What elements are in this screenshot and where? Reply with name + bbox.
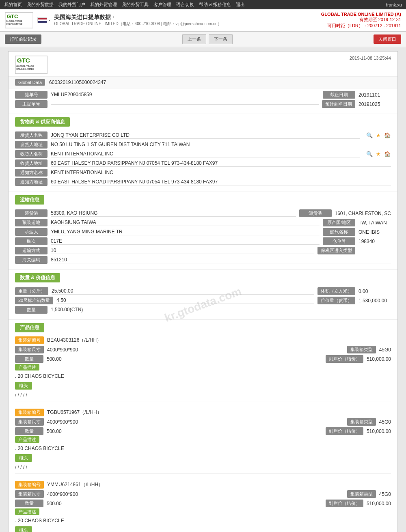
- container-1: 集装箱编号 TGBU6571967（/L/HH） 集装箱尺寸 4000*900*…: [9, 407, 397, 479]
- container-qty-value-1: 500.00: [47, 429, 322, 434]
- anchor-row-2: 概头: [15, 526, 391, 532]
- shipper-name-row: 发货人名称 JONQ TYAN ENTERPRISE CO LTD 🔍 ★ 🏠: [15, 131, 391, 139]
- star-icon-2[interactable]: ★: [375, 151, 382, 158]
- notify-name-value: KENT INTERNATIONAL INC: [51, 170, 391, 176]
- container-size-value-1: 4000*900*900: [47, 419, 344, 425]
- quantity-row: 数量 1,500.00(CTN): [15, 306, 391, 314]
- print-button[interactable]: 打印前贴记录: [5, 34, 41, 44]
- container-no-row-2: 集装箱编号 YMMU6214861（/L/HH）: [15, 481, 391, 489]
- gtc-logo: GTC GLOBAL TRADE ONLINE LIMITED: [5, 12, 33, 28]
- eta-label: 预计到单日期: [322, 100, 355, 108]
- nav-management[interactable]: 我的外贸管理: [90, 2, 117, 8]
- container-size-row-2: 集装箱尺寸 4000*900*900 集装箱类型 45G0: [15, 490, 391, 498]
- load-port-label: 装货港: [15, 209, 48, 217]
- container20-row: 20尺标准箱数量 4.50 价值量（货币） 1,530,000.00: [15, 297, 391, 304]
- carrier-row: 承运人 YMLU, YANG MING MARINE TR 船只名称 ONE I…: [15, 228, 391, 236]
- desc-header-row-0: 产品描述: [15, 364, 391, 370]
- nav-trade-data[interactable]: 我的外贸数据: [27, 2, 54, 8]
- notify-addr-row: 通知方地址 60 EAST HALSEY ROAD PARSIPPANY NJ …: [15, 178, 391, 186]
- desc-header-label-1: 产品描述: [15, 436, 39, 443]
- bill-ref-value: 198340: [358, 239, 391, 244]
- weight-label: 重量（公斤）: [15, 287, 48, 295]
- container-size-row-0: 集装箱尺寸 4000*900*900 集装箱类型 45G0: [15, 346, 391, 353]
- quantity-info: 重量（公斤） 25,500.00 体积（立方米） 0.00 20尺标准箱数量 4…: [9, 285, 397, 318]
- weight-value: 25,500.00: [52, 288, 314, 295]
- prev-button[interactable]: 上一条: [182, 34, 206, 44]
- nav-home[interactable]: 我的首页: [4, 2, 22, 8]
- shipper-name-label: 发货人名称: [15, 131, 48, 139]
- nav-clients[interactable]: 客户管理: [153, 2, 171, 8]
- search-icon-2[interactable]: 🔍: [366, 151, 373, 158]
- quantity-value: 1,500.00(CTN): [51, 307, 391, 313]
- doc-logo: GTC GLOBAL TRADE ONLINE LIMITED: [15, 56, 48, 74]
- nav-portal[interactable]: 我的外贸门户: [58, 2, 85, 8]
- master-bill-label: 主提单号: [15, 100, 48, 108]
- amount-label: 价值量（货币）: [317, 297, 355, 304]
- anchor-button-2[interactable]: 概头: [15, 526, 32, 532]
- volume-value: 0.00: [358, 289, 391, 294]
- valid-until: 有效期至 2019-12-31: [321, 17, 401, 23]
- master-bill-row: 主提单号 预计到单日期 20191025: [15, 100, 391, 108]
- toolbar-right: 关闭窗口: [374, 34, 401, 44]
- container-qty-row-1: 数量 500.00 到岸价（结价） 510,000.00: [15, 427, 391, 435]
- container-size-label-1: 集装箱尺寸: [15, 418, 44, 426]
- bonded-label: 保税区进入类型: [317, 247, 355, 254]
- search-icon[interactable]: 🔍: [366, 132, 373, 139]
- container-qty-label-1: 数量: [15, 427, 43, 435]
- desc-header-row-1: 产品描述: [15, 437, 391, 443]
- transport-mode-value: 10: [51, 248, 314, 254]
- bill-no-label: 提单号: [15, 91, 48, 99]
- container-price-label-2: 到岸价（结价）: [326, 500, 363, 507]
- anchor-button-0[interactable]: 概头: [15, 382, 32, 390]
- container-no-label-1: 集装箱编号: [15, 409, 44, 416]
- svg-text:ONLINE LIMITED: ONLINE LIMITED: [6, 23, 23, 25]
- weight-row: 重量（公斤） 25,500.00 体积（立方米） 0.00: [15, 287, 391, 295]
- close-button[interactable]: 关闭窗口: [374, 34, 401, 44]
- container-price-value-2: 510,000.00: [367, 501, 391, 506]
- nav-logout[interactable]: 退出: [236, 2, 245, 8]
- notify-name-row: 通知方名称 KENT INTERNATIONAL INC: [15, 169, 391, 177]
- bill-info-section: 提单号 YMLUE209045859 截止日期 20191101 主提单号 预计…: [9, 88, 397, 112]
- consignee-name-label: 收货人名称: [15, 150, 48, 158]
- nav-links: 我的首页 我的外贸数据 我的外贸门户 我的外贸管理 我的外贸工具 客户管理 语言…: [4, 2, 245, 8]
- consignee-actions: 🔍 ★ 🏠: [366, 151, 391, 158]
- nav-tools[interactable]: 我的外贸工具: [122, 2, 149, 8]
- product-section-header: 产品信息: [9, 323, 397, 332]
- toolbar-center: 上一条 下一条: [182, 34, 233, 44]
- shipper-name-value: JONQ TYAN ENTERPRISE CO LTD: [51, 132, 360, 139]
- vessel-value: ONE IBIS: [358, 229, 391, 235]
- container-no-label-0: 集装箱编号: [15, 336, 44, 344]
- us-flag: [37, 17, 47, 23]
- top-toolbar: 打印前贴记录 上一条 下一条 关闭窗口: [0, 32, 406, 47]
- anchor-button-1[interactable]: 概头: [15, 454, 32, 462]
- transport-section-header: 运输信息: [9, 195, 397, 205]
- container-qty-label-2: 数量: [15, 500, 43, 507]
- eta-value: 20191025: [358, 101, 391, 107]
- svg-text:GLOBAL TRADE: GLOBAL TRADE: [16, 65, 34, 67]
- voyage-row: 航次 017E 仓单号 198340: [15, 237, 391, 245]
- desc-header-label-0: 产品描述: [15, 364, 39, 370]
- unload-port-value: 1601, CHARLESTON, SC: [335, 211, 391, 216]
- load-port-value: 58309, KAO HSIUNG: [51, 210, 296, 217]
- doc-header: GTC GLOBAL TRADE ONLINE LIMITED 2019-11-…: [9, 52, 397, 77]
- consignee-name-row: 收货人名称 KENT INTERNATIONAL INC 🔍 ★ 🏠: [15, 150, 391, 158]
- consignee-addr-label: 收货人地址: [15, 159, 48, 167]
- home-icon-2[interactable]: 🏠: [384, 151, 391, 158]
- master-bill-value: [51, 104, 319, 105]
- container-no-value-0: BEAU4303126（/L/HH）: [47, 337, 102, 344]
- slash-row-1: / / / / /: [15, 463, 391, 471]
- doc-timestamp: 2019-11-08 13:25:44: [350, 56, 391, 60]
- container20-label: 20尺标准箱数量: [15, 297, 53, 304]
- supplier-section-label: 货物商 & 供应商信息: [15, 117, 70, 127]
- nav-help[interactable]: 帮助 & 报价信息: [199, 2, 231, 8]
- star-icon[interactable]: ★: [375, 132, 382, 139]
- nav-language[interactable]: 语言切换: [176, 2, 194, 8]
- page-subtitle: GLOBAL TRADE ONLINE LIMITED（电话：400-710-3…: [54, 21, 221, 27]
- flag-selector[interactable]: ·: [37, 17, 50, 23]
- next-button[interactable]: 下一条: [209, 34, 233, 44]
- header-title-block: 美国海关进口提单数据 · GLOBAL TRADE ONLINE LIMITED…: [54, 14, 221, 27]
- container-price-value-1: 510,000.00: [367, 429, 391, 434]
- home-icon[interactable]: 🏠: [384, 132, 391, 139]
- container-qty-label-0: 数量: [15, 355, 43, 363]
- supplier-info: 发货人名称 JONQ TYAN ENTERPRISE CO LTD 🔍 ★ 🏠 …: [9, 129, 397, 190]
